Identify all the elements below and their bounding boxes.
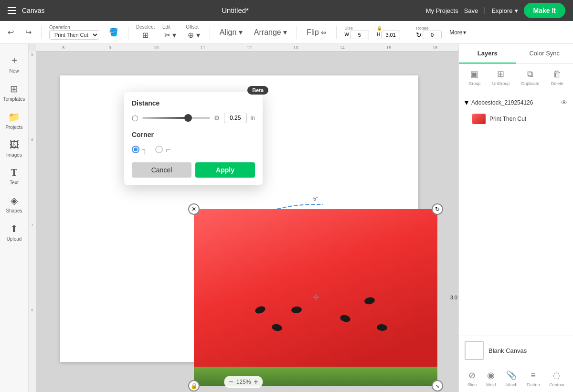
canvas-footer: − 125% + bbox=[224, 376, 263, 388]
layer-group-header[interactable]: ▾ Adobestock_219254126 👁 bbox=[463, 95, 569, 110]
distance-input[interactable] bbox=[224, 113, 247, 123]
cancel-button[interactable]: Cancel bbox=[132, 162, 191, 178]
ruler-num: 14 bbox=[319, 45, 365, 50]
nav-left: Canvas bbox=[8, 7, 44, 14]
layer-group-title: Adobestock_219254126 bbox=[471, 99, 558, 106]
sidebar-item-text[interactable]: T Text bbox=[2, 163, 27, 189]
operation-select[interactable]: Print Then Cut bbox=[49, 30, 99, 40]
right-panel: Layers Color Sync ▣ Group ⊞ UnGroup ⧉ Du… bbox=[458, 44, 573, 392]
handle-close[interactable]: ✕ bbox=[188, 203, 200, 215]
attach-icon: 📎 bbox=[506, 370, 517, 381]
flatten-label: Flatten bbox=[527, 382, 540, 387]
main-content: ＋ New ⊞ Templates 📁 Projects 🖼 Images T … bbox=[0, 44, 573, 392]
toolbar: ↩ ↪ Operation Print Then Cut 🪣 Deselect … bbox=[0, 21, 573, 44]
toolbar-separator-3 bbox=[210, 26, 210, 39]
settings-icon: ⚙ bbox=[214, 114, 220, 122]
flip-icon: ⇔ bbox=[321, 29, 327, 36]
height-input[interactable] bbox=[381, 31, 400, 39]
handle-resize[interactable]: ⤡ bbox=[432, 380, 443, 392]
images-label: Images bbox=[6, 152, 22, 158]
layer-item[interactable]: Print Then Cut bbox=[463, 110, 569, 128]
explore-label: Explore bbox=[491, 7, 512, 14]
corner-options: ╮ ⌐ bbox=[132, 144, 255, 155]
corner-round-radio[interactable] bbox=[132, 146, 139, 153]
make-it-button[interactable]: Make It bbox=[524, 3, 565, 18]
sidebar-item-templates[interactable]: ⊞ Templates bbox=[2, 79, 27, 106]
my-projects-button[interactable]: My Projects bbox=[426, 7, 458, 14]
sidebar-item-shapes[interactable]: ◈ Shapes bbox=[2, 191, 27, 217]
redo-button[interactable]: ↪ bbox=[23, 27, 33, 38]
align-label: Align bbox=[220, 28, 237, 36]
toolbar-separator-1 bbox=[41, 26, 42, 39]
width-input[interactable] bbox=[350, 31, 369, 39]
ungroup-icon: ⊞ bbox=[497, 69, 504, 79]
ruler-top-numbers: 8 9 10 11 12 13 14 15 16 bbox=[40, 45, 458, 50]
more-label: More bbox=[449, 29, 462, 36]
unit-label: in bbox=[251, 115, 255, 121]
tab-layers[interactable]: Layers bbox=[459, 44, 516, 64]
upload-label: Upload bbox=[7, 236, 22, 242]
flatten-tool[interactable]: ≡ Flatten bbox=[527, 371, 540, 387]
offset-label: Offset bbox=[186, 24, 202, 30]
width-label: W bbox=[344, 32, 349, 37]
slice-tool[interactable]: ⊘ Slice bbox=[467, 370, 477, 387]
size-label: Size bbox=[344, 26, 369, 31]
weld-icon: ◉ bbox=[487, 370, 495, 381]
upload-icon: ⬆ bbox=[10, 223, 18, 234]
handle-rotate[interactable]: ↻ bbox=[432, 203, 443, 215]
corner-round-option[interactable]: ╮ bbox=[132, 144, 148, 155]
sidebar-item-upload[interactable]: ⬆ Upload bbox=[2, 219, 27, 245]
distance-slider[interactable] bbox=[142, 117, 210, 119]
weld-label: Weld bbox=[486, 382, 496, 387]
tab-color-sync[interactable]: Color Sync bbox=[516, 44, 573, 64]
flatten-icon: ≡ bbox=[531, 371, 536, 381]
duplicate-tool[interactable]: ⧉ Duplicate bbox=[521, 69, 540, 86]
visibility-icon[interactable]: 👁 bbox=[561, 99, 567, 106]
undo-button[interactable]: ↩ bbox=[6, 27, 16, 38]
attach-tool[interactable]: 📎 Attach bbox=[505, 370, 518, 387]
rotate-input[interactable] bbox=[423, 31, 442, 39]
corner-square-radio[interactable] bbox=[155, 146, 163, 153]
rotate-label: Rotate bbox=[416, 26, 442, 31]
beta-badge: Beta bbox=[247, 86, 268, 95]
size-label-height: 3.01" bbox=[450, 295, 458, 300]
hamburger-menu[interactable] bbox=[8, 7, 16, 14]
duplicate-label: Duplicate bbox=[521, 81, 540, 86]
flip-button[interactable]: Flip ⇔ bbox=[305, 27, 329, 38]
nav-divider: | bbox=[484, 6, 486, 15]
shape-small-icon: ⬡ bbox=[132, 114, 138, 123]
sidebar-item-images[interactable]: 🖼 Images bbox=[2, 136, 27, 161]
corner-square-option[interactable]: ⌐ bbox=[155, 145, 171, 155]
handle-lock[interactable]: 🔒 bbox=[188, 380, 200, 392]
align-button[interactable]: Align ▾ bbox=[218, 27, 244, 38]
deselect-button[interactable]: ⊞ bbox=[136, 30, 155, 41]
rotate-icon: ↻ bbox=[416, 31, 422, 39]
arrange-button[interactable]: Arrange ▾ bbox=[252, 27, 289, 38]
group-tool[interactable]: ▣ Group bbox=[468, 69, 480, 86]
offset-button[interactable]: ⊕ ▾ bbox=[186, 30, 202, 41]
crosshair-icon: ✛ bbox=[312, 292, 319, 303]
sidebar-item-projects[interactable]: 📁 Projects bbox=[2, 107, 27, 134]
edit-button[interactable]: ✂ ▾ bbox=[162, 30, 178, 41]
width-wrap: Size W bbox=[344, 26, 369, 39]
zoom-out-button[interactable]: − bbox=[229, 378, 233, 386]
delete-tool[interactable]: 🗑 Delete bbox=[551, 69, 563, 86]
paint-bucket-button[interactable]: 🪣 bbox=[107, 27, 120, 38]
contour-tool[interactable]: ◌ Contour bbox=[549, 370, 564, 387]
apply-button[interactable]: Apply bbox=[195, 162, 255, 178]
explore-button[interactable]: Explore ▾ bbox=[491, 7, 518, 14]
images-icon: 🖼 bbox=[10, 139, 19, 150]
size-label-width: 5" bbox=[313, 196, 318, 201]
zoom-in-button[interactable]: + bbox=[254, 378, 258, 386]
layer-thumbnail bbox=[472, 114, 486, 124]
more-button[interactable]: More ▾ bbox=[449, 29, 466, 36]
weld-tool[interactable]: ◉ Weld bbox=[486, 370, 496, 387]
sidebar-item-new[interactable]: ＋ New bbox=[2, 50, 27, 77]
ruler-left: 5 6 7 8 bbox=[29, 52, 36, 392]
save-button[interactable]: Save bbox=[464, 7, 478, 14]
ungroup-tool[interactable]: ⊞ UnGroup bbox=[492, 69, 510, 86]
watermelon-container[interactable]: 5" 3.01" ✛ ✕ ↻ 🔒 ⤡ bbox=[194, 209, 437, 386]
top-nav: Canvas Untitled* My Projects Save | Expl… bbox=[0, 0, 573, 21]
zoom-level: 125% bbox=[236, 379, 251, 385]
height-wrap: 🔒 H bbox=[377, 26, 400, 39]
